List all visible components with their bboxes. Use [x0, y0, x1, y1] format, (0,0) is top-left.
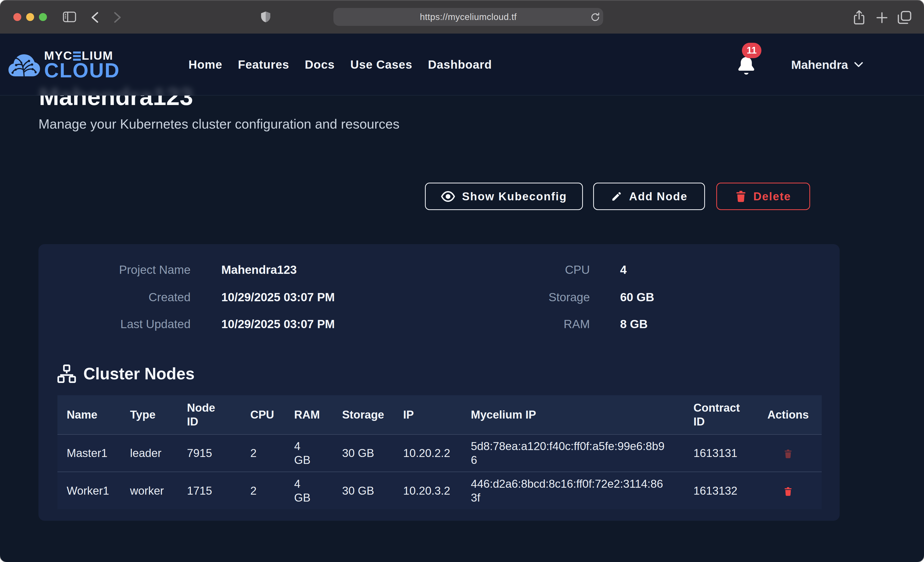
logo-word-cloud: CLOUD [44, 62, 120, 79]
cell-actions [754, 435, 822, 472]
cell-contract-id: 1613131 [672, 435, 754, 472]
cell-type: leader [121, 435, 178, 472]
sidebar-toggle-icon[interactable] [63, 12, 76, 22]
detail-value: 8 GB [620, 316, 648, 332]
detail-value: 4 [620, 262, 627, 277]
network-icon [57, 364, 76, 384]
forward-button-icon[interactable] [113, 12, 122, 23]
detail-label: Storage [474, 290, 590, 305]
button-label: Add Node [629, 190, 687, 203]
cell-storage: 30 GB [333, 435, 394, 472]
mycelium-cloud-logo[interactable]: MYCLIUM CLOUD [44, 49, 120, 79]
cell-node-id: 1715 [178, 472, 241, 509]
page-title: Mahendra123 [39, 96, 193, 110]
col-header-contract-id: Contract ID [672, 395, 754, 435]
browser-window: https://myceliumcloud.tf [0, 0, 924, 562]
detail-label: CPU [474, 262, 590, 277]
cluster-nodes-table: Name Type Node ID CPU RAM Storage IP Myc… [57, 395, 822, 509]
trash-icon [784, 486, 792, 497]
minimize-window-button[interactable] [26, 13, 34, 21]
button-label: Show Kubeconfig [462, 190, 567, 203]
reload-icon[interactable] [590, 12, 601, 22]
col-header-name: Name [57, 395, 121, 435]
col-header-node-id: Node ID [178, 395, 241, 435]
url-text: https://myceliumcloud.tf [333, 8, 603, 26]
cell-contract-id: 1613132 [672, 472, 754, 509]
nav-item-features[interactable]: Features [238, 58, 289, 72]
close-window-button[interactable] [14, 13, 21, 21]
table-row: Master1 leader 7915 2 4 GB 30 GB 10.20.2… [57, 435, 822, 472]
cell-name: Master1 [57, 435, 121, 472]
cell-ip: 10.20.2.2 [394, 435, 462, 472]
button-label: Delete [753, 190, 791, 203]
nav-item-docs[interactable]: Docs [305, 58, 334, 72]
cluster-details-card: Project Name Mahendra123 Created 10/29/2… [39, 244, 840, 521]
cell-name: Worker1 [57, 472, 121, 509]
col-header-actions: Actions [754, 395, 822, 435]
page: Mahendra123 Mahendra123 [0, 34, 924, 562]
col-header-ip: IP [394, 395, 462, 435]
cluster-nodes-section-title: Cluster Nodes [57, 363, 195, 384]
nav-item-use-cases[interactable]: Use Cases [350, 58, 412, 72]
col-header-mycelium-ip: Mycelium IP [462, 395, 672, 435]
cell-type: worker [121, 472, 178, 509]
chevron-down-icon [854, 61, 864, 67]
detail-label: Project Name [57, 262, 190, 277]
zoom-window-button[interactable] [39, 13, 47, 21]
detail-label: Last Updated [57, 316, 190, 332]
address-bar[interactable]: https://myceliumcloud.tf [333, 8, 603, 26]
col-header-type: Type [121, 395, 178, 435]
trash-icon [735, 190, 747, 203]
cell-cpu: 2 [241, 472, 285, 509]
show-kubeconfig-button[interactable]: Show Kubeconfig [425, 182, 583, 210]
screenshot: https://myceliumcloud.tf [0, 0, 924, 562]
main-nav: Home Features Docs Use Cases Dashboard [189, 34, 492, 96]
cell-ram: 4 GB [285, 435, 333, 472]
cell-ram: 4 GB [285, 472, 333, 509]
delete-node-button[interactable] [784, 486, 792, 497]
user-menu[interactable]: Mahendra [791, 34, 864, 96]
col-header-storage: Storage [333, 395, 394, 435]
delete-node-button[interactable] [784, 449, 792, 459]
col-header-cpu: CPU [241, 395, 285, 435]
detail-value: 10/29/2025 03:07 PM [221, 316, 334, 332]
privacy-shield-icon[interactable] [260, 11, 272, 24]
cell-actions [754, 472, 822, 509]
nav-item-dashboard[interactable]: Dashboard [428, 58, 492, 72]
pencil-icon [610, 191, 622, 202]
cell-cpu: 2 [241, 435, 285, 472]
table-header-row: Name Type Node ID CPU RAM Storage IP Myc… [57, 395, 822, 435]
cell-node-id: 7915 [178, 435, 241, 472]
delete-cluster-button[interactable]: Delete [716, 182, 810, 210]
detail-value: 60 GB [620, 290, 654, 305]
cell-storage: 30 GB [333, 472, 394, 509]
add-node-button[interactable]: Add Node [593, 182, 705, 210]
tab-overview-icon[interactable] [897, 10, 912, 25]
nav-item-home[interactable]: Home [189, 58, 222, 72]
detail-value: 10/29/2025 03:07 PM [221, 290, 334, 305]
trash-icon [784, 449, 792, 459]
cell-ip: 10.20.3.2 [394, 472, 462, 509]
notification-count-badge[interactable]: 11 [742, 43, 761, 58]
back-button-icon[interactable] [90, 12, 99, 23]
detail-label: RAM [474, 316, 590, 332]
cell-mycelium-ip: 5d8:78ea:a120:f40c:ff0f:a5fe:99e6:8b96 [462, 435, 672, 472]
detail-value: Mahendra123 [221, 262, 297, 277]
mycelium-cloud-logo-icon[interactable] [8, 54, 40, 78]
user-name: Mahendra [791, 58, 848, 72]
eye-icon [441, 191, 455, 202]
table-row: Worker1 worker 1715 2 4 GB 30 GB 10.20.3… [57, 472, 822, 509]
browser-toolbar: https://myceliumcloud.tf [0, 0, 924, 34]
hero-title-layer: Mahendra123 [0, 96, 924, 178]
detail-label: Created [57, 290, 190, 305]
new-tab-icon[interactable] [876, 11, 888, 24]
share-icon[interactable] [852, 10, 866, 25]
page-subtitle: Manage your Kubernetes cluster configura… [39, 116, 399, 132]
section-title-text: Cluster Nodes [83, 364, 195, 383]
site-header: MYCLIUM CLOUD Home Features Docs Use Cas… [0, 34, 924, 96]
cell-mycelium-ip: 446:d2a6:8bcd:8c16:ff0f:72e2:3114:863f [462, 472, 672, 509]
col-header-ram: RAM [285, 395, 333, 435]
